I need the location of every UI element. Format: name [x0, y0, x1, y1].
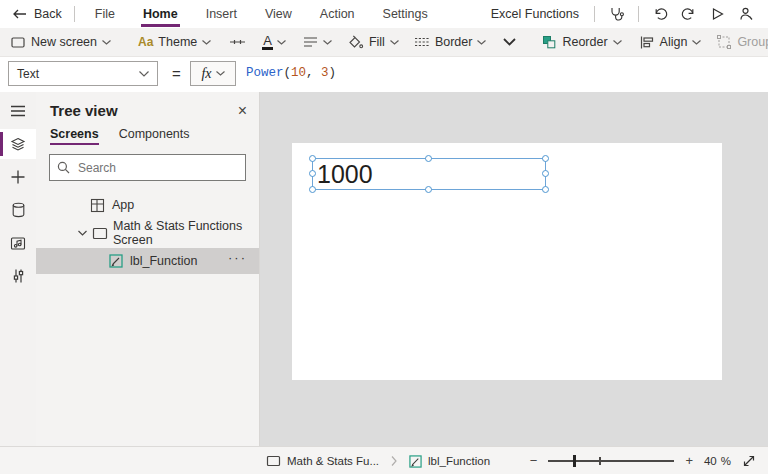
resize-handle-top-left[interactable] — [309, 155, 316, 162]
chevron-expanded-icon[interactable] — [78, 230, 87, 236]
property-dropdown[interactable]: Text — [8, 61, 158, 86]
fit-to-window-icon[interactable] — [742, 454, 756, 468]
status-bar: Math & Stats Fu... lbl_Function − + 40 — [0, 446, 768, 474]
screen-icon — [92, 227, 108, 240]
chevron-down-more-icon — [503, 38, 516, 46]
label-text: 1000 — [317, 159, 373, 189]
resize-handle-bottom-left[interactable] — [309, 186, 316, 193]
zoom-slider-thumb[interactable] — [573, 455, 576, 467]
tree-item-label-control[interactable]: lbl_Function ··· — [36, 248, 259, 274]
chevron-down-icon — [323, 40, 332, 45]
formula-function-name: Power — [246, 66, 284, 80]
chevron-down-icon — [390, 40, 399, 45]
new-screen-button[interactable]: New screen — [10, 35, 111, 50]
breadcrumb-control-label: lbl_Function — [428, 455, 490, 467]
fx-dropdown[interactable]: fx — [190, 61, 236, 86]
advanced-tools-icon[interactable] — [0, 261, 36, 291]
tree-item-screen[interactable]: Math & Stats Functions Screen — [36, 221, 259, 245]
tree-item-label: lbl_Function — [130, 254, 197, 268]
zoom-slider[interactable] — [548, 454, 674, 468]
resize-handle-top-right[interactable] — [542, 155, 549, 162]
tree-search-box[interactable] — [49, 154, 246, 181]
media-icon[interactable] — [0, 228, 36, 258]
resize-handle-top-middle[interactable] — [425, 155, 432, 162]
text-align-button[interactable] — [303, 36, 332, 48]
zoom-slider-tick — [599, 457, 601, 465]
powerapps-studio-window: Back File Home Insert View Action Settin… — [0, 0, 768, 474]
reorder-icon — [541, 34, 557, 50]
property-selected-value: Text — [17, 67, 39, 81]
breadcrumb: Math & Stats Fu... lbl_Function — [262, 447, 494, 474]
new-screen-label: New screen — [31, 35, 97, 49]
border-button[interactable]: Border — [414, 35, 487, 49]
app-checker-stethoscope-icon[interactable] — [608, 6, 625, 22]
menu-home[interactable]: Home — [129, 0, 192, 28]
back-button[interactable]: Back — [12, 7, 62, 21]
text-align-icon — [303, 36, 318, 48]
reorder-label: Reorder — [562, 35, 607, 49]
screen-artboard[interactable]: 1000 — [292, 143, 722, 380]
app-title: Excel Functions — [491, 7, 579, 21]
zoom-slider-track — [548, 460, 674, 462]
redo-icon[interactable] — [681, 6, 697, 22]
chevron-down-icon — [139, 71, 149, 77]
divider — [74, 6, 75, 22]
chevron-down-icon — [277, 40, 286, 45]
tree-item-app[interactable]: App — [36, 193, 259, 217]
insert-plus-icon[interactable] — [0, 162, 36, 192]
group-button: Group — [716, 34, 768, 50]
share-person-icon[interactable] — [738, 6, 754, 22]
selected-label-control[interactable]: 1000 — [312, 158, 546, 190]
label-control-icon — [109, 254, 123, 268]
chevron-down-icon — [202, 40, 211, 45]
more-formatting-button[interactable] — [503, 38, 516, 46]
breadcrumb-screen[interactable]: Math & Stats Fu... — [262, 455, 383, 467]
formula-bar: Text = fx Power(10, 3) — [0, 57, 768, 93]
breadcrumb-screen-label: Math & Stats Fu... — [287, 455, 379, 467]
theme-label: Theme — [158, 35, 197, 49]
tab-components[interactable]: Components — [119, 127, 190, 147]
formula-input[interactable]: Power(10, 3) — [246, 61, 336, 86]
menu-view[interactable]: View — [251, 0, 306, 28]
align-label: Align — [660, 35, 688, 49]
group-label: Group — [737, 35, 768, 49]
fill-label: Fill — [369, 35, 385, 49]
font-color-button[interactable]: A — [263, 35, 286, 50]
menu-settings[interactable]: Settings — [369, 0, 442, 28]
zoom-out-minus-button[interactable]: − — [530, 455, 538, 467]
border-icon — [414, 36, 430, 48]
undo-icon[interactable] — [652, 6, 668, 22]
font-color-icon: A — [263, 35, 272, 50]
close-icon[interactable]: × — [238, 104, 247, 118]
group-icon — [716, 34, 732, 50]
tree-view-tabs: Screens Components — [36, 125, 259, 147]
breadcrumb-control[interactable]: lbl_Function — [405, 455, 494, 468]
resize-handle-bottom-middle[interactable] — [425, 186, 432, 193]
search-input[interactable] — [76, 160, 238, 176]
tree-view-rail-icon[interactable] — [0, 129, 36, 159]
resize-handle-middle-left[interactable] — [309, 170, 316, 177]
resize-handle-bottom-right[interactable] — [542, 186, 549, 193]
canvas-area[interactable]: 1000 — [260, 92, 768, 446]
menu-file[interactable]: File — [81, 0, 129, 28]
formula-paren: ) — [329, 66, 337, 80]
menu-action[interactable]: Action — [306, 0, 369, 28]
more-options-ellipsis-icon[interactable]: ··· — [228, 250, 247, 265]
border-label: Border — [435, 35, 473, 49]
data-sources-icon[interactable] — [0, 195, 36, 225]
hamburger-menu-icon[interactable] — [0, 96, 36, 126]
tab-screens[interactable]: Screens — [50, 127, 99, 147]
zoom-in-plus-button[interactable]: + — [685, 455, 693, 467]
align-button[interactable]: Align — [639, 35, 702, 50]
fill-button[interactable]: Fill — [347, 34, 399, 50]
resize-handle-middle-right[interactable] — [542, 170, 549, 177]
zoom-controls: − + 40 % — [530, 447, 756, 474]
theme-button[interactable]: Aa Theme — [138, 35, 211, 49]
strikethrough-button[interactable] — [229, 37, 246, 47]
menu-insert[interactable]: Insert — [192, 0, 251, 28]
reorder-button[interactable]: Reorder — [541, 34, 621, 50]
tree-item-label: Math & Stats Functions Screen — [113, 219, 259, 247]
preview-play-icon[interactable] — [710, 6, 725, 22]
formula-arg2: 3 — [321, 66, 329, 80]
chevron-down-icon — [692, 40, 701, 45]
